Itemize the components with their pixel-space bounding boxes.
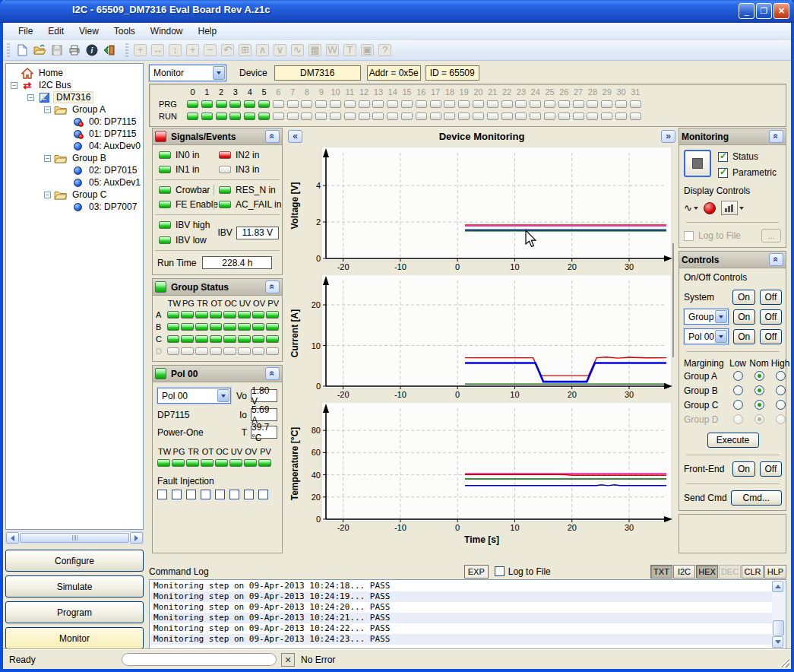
log-clr-button[interactable]: CLR	[742, 565, 764, 578]
tree-expander-icon[interactable]: −	[44, 106, 51, 113]
parametric-checkbox[interactable]	[718, 168, 728, 178]
fault-injection-checkbox-4[interactable]	[215, 490, 225, 499]
tree-item-group-c[interactable]: −Group C	[6, 189, 143, 201]
fault-injection-checkbox-1[interactable]	[172, 490, 182, 499]
cmd-button[interactable]: Cmd...	[731, 490, 782, 506]
configure-button[interactable]: Configure	[5, 550, 144, 572]
group-select[interactable]: Group A	[684, 309, 729, 325]
tree-item-01-dp7115[interactable]: 01: DP7115	[6, 128, 143, 140]
status-checkbox[interactable]	[718, 152, 728, 162]
chevron-down-icon[interactable]	[715, 330, 727, 343]
log-i2c-button[interactable]: I2C	[673, 565, 695, 578]
scroll-up-icon[interactable]	[772, 581, 783, 592]
scroll-right-icon[interactable]	[130, 532, 143, 544]
front-end-on-button[interactable]: On	[732, 461, 754, 477]
fault-injection-checkbox-2[interactable]	[186, 490, 196, 499]
fault-injection-checkbox-7[interactable]	[258, 490, 268, 499]
menu-tools[interactable]: Tools	[106, 24, 143, 39]
new-file-icon[interactable]	[13, 42, 30, 59]
fault-injection-checkbox-5[interactable]	[229, 490, 239, 499]
system-off-button[interactable]: Off	[760, 290, 782, 305]
record-icon[interactable]	[704, 202, 716, 214]
collapse-chevron-icon[interactable]: «	[769, 253, 783, 266]
group-a-low-radio[interactable]	[733, 371, 743, 381]
chart-splitter[interactable]	[672, 243, 674, 357]
log-hex-button[interactable]: HEX	[696, 565, 718, 578]
program-button[interactable]: Program	[5, 601, 144, 623]
device-tree[interactable]: Home−⇄I2C Bus−ZDM7316−Group A00: DP71150…	[5, 63, 144, 530]
tree-item-group-a[interactable]: −Group A	[6, 103, 143, 116]
group-b-low-radio[interactable]	[733, 385, 743, 395]
log-vscrollbar[interactable]	[772, 581, 785, 648]
exp-button[interactable]: EXP	[464, 565, 489, 578]
tree-expander-icon[interactable]: −	[44, 155, 51, 162]
exit-icon[interactable]	[100, 42, 118, 59]
log-txt-button[interactable]: TXT	[650, 565, 672, 578]
collapse-chevron-icon[interactable]: «	[769, 130, 783, 143]
tree-item-dm7316[interactable]: −ZDM7316	[6, 91, 143, 103]
scroll-thumb[interactable]	[20, 533, 129, 543]
collapse-chevron-icon[interactable]: «	[265, 130, 280, 143]
waveform-display-button[interactable]: ∿	[684, 202, 698, 214]
open-file-icon[interactable]	[30, 42, 48, 59]
pol-off-button[interactable]: Off	[760, 329, 782, 344]
tree-expander-icon[interactable]: −	[27, 94, 34, 101]
resize-grip[interactable]	[780, 658, 789, 667]
tree-item-home[interactable]: Home	[6, 67, 143, 79]
system-on-button[interactable]: On	[732, 290, 754, 305]
pol-onoff-select[interactable]: Pol 00	[684, 328, 729, 344]
tree-item-03-dp7007[interactable]: 03: DP7007	[6, 201, 143, 213]
about-icon[interactable]: i	[83, 42, 100, 59]
chevron-down-icon[interactable]	[217, 389, 229, 402]
monitor-button[interactable]: Monitor	[5, 627, 144, 649]
tree-item-04-auxdev0[interactable]: 04: AuxDev0	[6, 140, 143, 152]
fault-injection-checkbox-3[interactable]	[201, 490, 210, 499]
tree-item-02-dp7015[interactable]: 02: DP7015	[6, 164, 143, 176]
group-on-button[interactable]: On	[733, 309, 755, 325]
log-to-file-checkbox[interactable]	[684, 231, 694, 241]
group-a-nom-radio[interactable]	[754, 371, 764, 381]
group-b-high-radio[interactable]	[776, 385, 786, 395]
log-to-file-checkbox[interactable]	[495, 566, 505, 576]
tree-hscrollbar[interactable]	[5, 531, 144, 544]
tree-item-00-dp7115[interactable]: 00: DP7115	[6, 116, 143, 128]
scroll-thumb[interactable]	[773, 620, 784, 636]
tree-item-group-b[interactable]: −Group B	[6, 152, 143, 164]
group-a-high-radio[interactable]	[776, 371, 786, 381]
pol-select[interactable]: Pol 00	[157, 388, 231, 404]
menu-window[interactable]: Window	[143, 24, 191, 39]
browse-button[interactable]: ...	[761, 229, 781, 242]
maximize-button[interactable]: ❐	[756, 3, 772, 19]
tree-expander-icon[interactable]: −	[44, 192, 51, 198]
pol-on-button[interactable]: On	[733, 329, 755, 344]
log-hlp-button[interactable]: HLP	[764, 565, 786, 578]
collapse-right-icon[interactable]: »	[661, 130, 675, 143]
menu-file[interactable]: File	[11, 24, 40, 39]
menu-view[interactable]: View	[71, 24, 106, 39]
group-off-button[interactable]: Off	[760, 309, 782, 325]
tree-item-i2c-bus[interactable]: −⇄I2C Bus	[6, 79, 143, 91]
front-end-off-button[interactable]: Off	[760, 461, 782, 477]
fault-injection-checkbox-0[interactable]	[157, 490, 167, 499]
collapse-chevron-icon[interactable]: «	[265, 367, 280, 380]
menu-edit[interactable]: Edit	[40, 24, 71, 39]
group-c-nom-radio[interactable]	[754, 400, 764, 410]
group-c-high-radio[interactable]	[776, 400, 786, 410]
tree-item-05-auxdev1[interactable]: 05: AuxDev1	[6, 176, 143, 189]
simulate-button[interactable]: Simulate	[5, 575, 144, 598]
group-b-nom-radio[interactable]	[754, 385, 764, 395]
collapse-left-icon[interactable]: «	[288, 130, 302, 143]
tree-expander-icon[interactable]: −	[11, 82, 17, 89]
mode-select[interactable]: Monitor	[149, 65, 226, 81]
stop-monitoring-button[interactable]	[684, 150, 711, 177]
chevron-down-icon[interactable]	[715, 310, 727, 323]
print-icon[interactable]	[65, 42, 83, 59]
clear-error-button[interactable]: ✕	[281, 653, 295, 667]
execute-button[interactable]: Execute	[707, 433, 759, 448]
close-button[interactable]: ✕	[773, 3, 789, 19]
scroll-down-icon[interactable]	[772, 636, 783, 648]
scroll-left-icon[interactable]	[6, 532, 19, 544]
histogram-display-button[interactable]	[721, 201, 744, 215]
menu-help[interactable]: Help	[191, 24, 225, 39]
collapse-chevron-icon[interactable]: «	[265, 281, 280, 293]
